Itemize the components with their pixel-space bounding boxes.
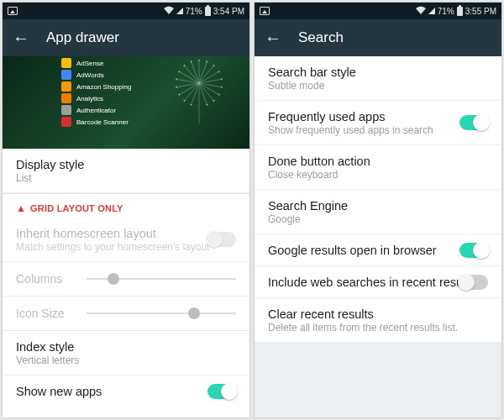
toggle-show-new[interactable]	[207, 384, 236, 399]
toggle-frequently-used[interactable]	[459, 115, 488, 130]
row-sub: Show frequently used apps in search	[268, 124, 488, 136]
row-label: Search Engine	[268, 199, 488, 213]
row-label: Clear recent results	[268, 307, 488, 321]
row-search-bar-style[interactable]: Search bar style Subtle mode	[255, 56, 501, 101]
row-show-new-apps[interactable]: Show new apps	[3, 375, 249, 407]
app-icon	[61, 105, 71, 115]
preview-app-list: AdSenseAdWordsAmazon ShoppingAnalyticsAu…	[61, 56, 131, 149]
svg-point-3	[198, 60, 200, 61]
row-value: List	[16, 172, 236, 184]
action-bar: ← Search	[255, 19, 501, 56]
slider-thumb	[188, 307, 200, 319]
row-label: Include web searches in recent results	[268, 276, 488, 289]
preview-app-item: Amazon Shopping	[61, 81, 131, 92]
warning-text: GRID LAYOUT ONLY	[30, 203, 123, 213]
toggle-inherit	[207, 232, 236, 247]
grid-section: ▲ GRID LAYOUT ONLY Inherit homescreen la…	[3, 193, 249, 330]
grid-warning: ▲ GRID LAYOUT ONLY	[3, 194, 249, 218]
app-icon	[61, 58, 71, 68]
app-label: AdSense	[76, 60, 103, 67]
preview-app-item: AdWords	[61, 70, 131, 80]
wifi-icon	[416, 6, 426, 16]
app-label: AdWords	[76, 71, 104, 79]
preview-app-item: Analytics	[61, 93, 131, 103]
row-label: Done button action	[268, 155, 488, 168]
app-icon	[61, 117, 71, 127]
back-icon[interactable]: ←	[265, 29, 281, 46]
row-sub: Close keyboard	[268, 169, 488, 181]
slider-thumb	[108, 273, 119, 285]
app-label: Authenticator	[76, 107, 116, 114]
row-display-style[interactable]: Display style List	[3, 149, 249, 193]
row-value: Vertical letters	[16, 354, 236, 366]
app-icon	[61, 81, 71, 92]
row-include-web[interactable]: Include web searches in recent results	[255, 266, 501, 298]
signal-icon	[428, 8, 435, 14]
row-index-style[interactable]: Index style Vertical letters	[3, 331, 249, 375]
row-label: Display style	[16, 158, 236, 171]
index-section: Index style Vertical letters Show new ap…	[3, 330, 249, 407]
status-bar: 71% 3:54 PM	[3, 3, 249, 19]
row-label: Inherit homescreen layout	[16, 227, 236, 240]
row-inherit-layout: Inherit homescreen layout Match settings…	[3, 218, 249, 262]
row-done-action[interactable]: Done button action Close keyboard	[255, 145, 501, 190]
toggle-open-in-browser[interactable]	[459, 243, 488, 258]
columns-slider	[87, 278, 236, 280]
row-label: Index style	[16, 340, 236, 354]
app-label: Amazon Shopping	[76, 83, 131, 91]
action-bar: ← App drawer	[3, 19, 249, 56]
preview-app-item: Barcode Scanner	[61, 117, 131, 127]
row-label: Google results open in browser	[268, 244, 488, 257]
picture-icon	[260, 7, 270, 15]
row-open-in-browser[interactable]: Google results open in browser	[255, 234, 501, 266]
app-icon	[61, 93, 71, 103]
wifi-icon	[164, 6, 174, 16]
preview-app-item: Authenticator	[61, 105, 131, 115]
row-sub: Delete all items from the recent results…	[268, 322, 488, 333]
clock: 3:55 PM	[465, 7, 496, 16]
battery-icon	[205, 7, 211, 16]
app-icon	[61, 70, 71, 80]
row-icon-size: Icon Size	[3, 297, 249, 330]
battery-percent: 71%	[438, 7, 454, 16]
wallpaper-dandelion	[165, 56, 233, 123]
toggle-include-web[interactable]	[459, 275, 488, 290]
status-bar: 71% 3:55 PM	[255, 3, 501, 19]
slider-label: Columns	[16, 272, 76, 286]
clock: 3:54 PM	[213, 7, 244, 16]
phone-left: 71% 3:54 PM ← App drawer AdSenseAdWordsA…	[3, 3, 249, 417]
drawer-preview: AdSenseAdWordsAmazon ShoppingAnalyticsAu…	[3, 56, 249, 149]
row-label: Search bar style	[268, 66, 488, 79]
app-label: Barcode Scanner	[76, 118, 129, 126]
battery-percent: 71%	[186, 7, 202, 16]
row-sub: Google	[268, 213, 488, 225]
phone-right: 71% 3:55 PM ← Search Search bar style Su…	[255, 3, 501, 417]
page-title: App drawer	[46, 29, 119, 46]
row-search-engine[interactable]: Search Engine Google	[255, 190, 501, 234]
row-columns: Columns	[3, 262, 249, 297]
warning-icon: ▲	[16, 202, 26, 214]
row-label: Show new apps	[16, 385, 236, 398]
row-sub: Match settings to your homescreen's layo…	[16, 241, 236, 253]
row-label: Frequently used apps	[268, 110, 488, 123]
page-title: Search	[298, 29, 344, 46]
row-sub: Subtle mode	[268, 80, 488, 92]
row-clear-recent[interactable]: Clear recent results Delete all items fr…	[255, 298, 501, 343]
preview-app-item: AdSense	[61, 58, 131, 68]
app-label: Analytics	[76, 95, 103, 102]
signal-icon	[176, 8, 183, 14]
row-frequently-used[interactable]: Frequently used apps Show frequently use…	[255, 101, 501, 145]
empty-area	[255, 343, 501, 417]
back-icon[interactable]: ←	[13, 29, 29, 46]
picture-icon	[8, 7, 18, 15]
iconsize-slider	[87, 312, 236, 314]
battery-icon	[457, 7, 463, 16]
slider-label: Icon Size	[16, 307, 76, 320]
